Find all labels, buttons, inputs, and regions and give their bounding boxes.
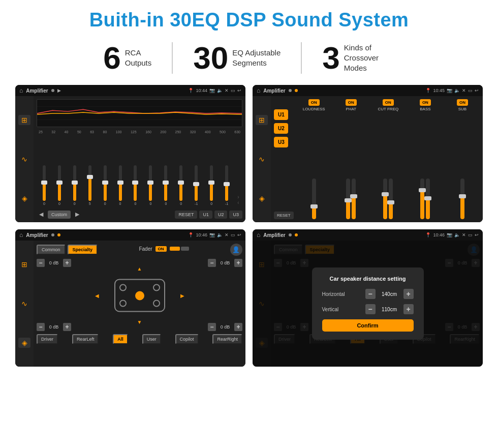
eq-slider-9[interactable]: 0 bbox=[173, 165, 189, 205]
status-dot-3 bbox=[51, 233, 54, 236]
xover-slider-loudness[interactable] bbox=[312, 178, 316, 219]
eq-slider-3[interactable]: 5 bbox=[82, 165, 98, 205]
win-icon-1: ▭ bbox=[231, 88, 235, 93]
status-bar-2: ⌂ Amplifier 📍 10:45 📷 🔈 ✕ ▭ ↩ bbox=[253, 85, 483, 96]
fader-top: Common Specialty Fader ON 👤 bbox=[37, 244, 242, 256]
nav-left[interactable]: ◀ bbox=[95, 293, 99, 298]
eq-btn-u1[interactable]: U1 bbox=[199, 211, 212, 219]
profile-icon-3[interactable]: 👤 bbox=[230, 244, 242, 256]
db-minus-tr[interactable]: − bbox=[208, 259, 216, 267]
xover-slider-phat2[interactable] bbox=[352, 178, 356, 219]
sidebar-speaker-icon[interactable]: ◈ bbox=[18, 193, 30, 203]
sidebar-eq-icon-2[interactable]: ⊞ bbox=[256, 115, 268, 125]
eq-slider-6[interactable]: 0 bbox=[128, 165, 143, 205]
dialog-val-h: 140cm bbox=[378, 291, 401, 297]
app-name-1: Amplifier bbox=[26, 88, 48, 94]
xover-on-phat[interactable]: ON bbox=[346, 99, 357, 106]
crossover-main: U1 U2 U3 RESET ON LOUDNESS bbox=[271, 96, 483, 222]
stat-crossover-text: Kinds ofCrossover Modes bbox=[344, 43, 395, 74]
dialog-label-h: Horizontal bbox=[322, 291, 345, 297]
app-name-4: Amplifier bbox=[263, 232, 285, 238]
dialog-minus-h[interactable]: − bbox=[365, 289, 376, 299]
xover-channel-sub: ON SUB bbox=[445, 99, 480, 219]
xover-on-sub[interactable]: ON bbox=[457, 99, 468, 106]
db-plus-tr[interactable]: + bbox=[234, 259, 242, 267]
sidebar-wave-icon[interactable]: ∿ bbox=[18, 154, 30, 164]
home-icon-2: ⌂ bbox=[257, 87, 260, 94]
xover-slider-bass2[interactable] bbox=[426, 178, 430, 219]
sidebar-wave-icon-2[interactable]: ∿ bbox=[256, 154, 268, 164]
fader-btn-rearleft[interactable]: RearLeft bbox=[72, 334, 99, 344]
eq-btn-u2[interactable]: U2 bbox=[214, 211, 228, 219]
fader-on-badge[interactable]: ON bbox=[155, 246, 167, 252]
eq-nav-right[interactable]: ▶ bbox=[73, 210, 82, 219]
fader-btn-all[interactable]: All bbox=[113, 334, 128, 344]
eq-slider-2[interactable]: 0 bbox=[67, 165, 82, 205]
fader-btn-driver[interactable]: Driver bbox=[37, 334, 58, 344]
vol-icon-1: 🔈 bbox=[217, 88, 223, 93]
db-minus-tl[interactable]: − bbox=[37, 259, 45, 267]
xover-slider-phat[interactable] bbox=[346, 178, 350, 219]
sidebar-eq-icon[interactable]: ⊞ bbox=[18, 115, 30, 125]
xover-slider-sub[interactable] bbox=[460, 178, 464, 219]
vol-icon-3: 🔈 bbox=[217, 232, 223, 237]
eq-btn-custom[interactable]: Custom bbox=[48, 211, 71, 219]
sidebar-eq-icon-3[interactable]: ⊞ bbox=[18, 259, 30, 270]
nav-down[interactable]: ▼ bbox=[137, 319, 142, 325]
eq-slider-10[interactable]: -1 bbox=[189, 165, 204, 205]
eq-slider-0[interactable]: 0 bbox=[37, 165, 52, 205]
dialog-minus-v[interactable]: − bbox=[365, 304, 376, 314]
eq-nav-left[interactable]: ◀ bbox=[37, 210, 46, 219]
xover-preset-u1[interactable]: U1 bbox=[274, 109, 288, 120]
eq-slider-5[interactable]: 0 bbox=[113, 165, 128, 205]
dialog-plus-h[interactable]: + bbox=[403, 289, 414, 299]
speaker-tl[interactable] bbox=[119, 284, 127, 291]
nav-right[interactable]: ▶ bbox=[180, 293, 184, 298]
eq-slider-8[interactable]: 0 bbox=[158, 165, 173, 205]
x-icon-3: ✕ bbox=[225, 232, 229, 237]
eq-slider-1[interactable]: 0 bbox=[52, 165, 67, 205]
fader-label: Fader bbox=[139, 246, 152, 252]
xover-slider-bass[interactable] bbox=[420, 178, 424, 219]
status-dot-4b bbox=[295, 233, 298, 236]
xover-slider-cutfreq[interactable] bbox=[383, 178, 387, 219]
sidebar-speaker-icon-2[interactable]: ◈ bbox=[256, 193, 268, 203]
mode-specialty[interactable]: Specialty bbox=[68, 245, 98, 255]
fader-btn-user[interactable]: User bbox=[142, 334, 161, 344]
speaker-tr[interactable] bbox=[153, 284, 160, 291]
status-bar-3: ⌂ Amplifier 📍 10:46 📷 🔈 ✕ ▭ ↩ bbox=[15, 229, 245, 241]
db-minus-bl[interactable]: − bbox=[37, 323, 45, 331]
speaker-bl[interactable] bbox=[119, 300, 127, 307]
cam-icon-2: 📷 bbox=[447, 88, 452, 93]
eq-slider-12[interactable]: -1 bbox=[219, 165, 234, 205]
xover-on-bass[interactable]: ON bbox=[420, 99, 431, 106]
eq-sliders: 0 0 0 5 bbox=[37, 136, 242, 207]
xover-preset-u2[interactable]: U2 bbox=[274, 123, 288, 134]
speaker-br[interactable] bbox=[153, 300, 160, 307]
xover-reset[interactable]: RESET bbox=[274, 212, 294, 219]
eq-slider-4[interactable]: 0 bbox=[98, 165, 113, 205]
xover-on-cutfreq[interactable]: ON bbox=[383, 99, 394, 106]
xover-preset-u3[interactable]: U3 bbox=[274, 137, 288, 147]
dialog-plus-v[interactable]: + bbox=[403, 304, 414, 314]
fader-btn-copilot[interactable]: Copilot bbox=[175, 334, 199, 344]
db-plus-bl[interactable]: + bbox=[63, 323, 71, 331]
dialog-label-v: Vertical bbox=[322, 307, 339, 312]
fader-btn-rearright[interactable]: RearRight bbox=[212, 334, 242, 344]
nav-up[interactable]: ▲ bbox=[137, 266, 142, 272]
db-plus-tl[interactable]: + bbox=[63, 259, 71, 267]
eq-btn-reset[interactable]: RESET bbox=[175, 211, 197, 219]
scroll-arrows[interactable]: › ‹ bbox=[234, 194, 242, 205]
db-plus-br[interactable]: + bbox=[234, 323, 242, 331]
sidebar-wave-icon-3[interactable]: ∿ bbox=[18, 298, 30, 309]
xover-slider-cutfreq2[interactable] bbox=[389, 178, 393, 219]
eq-slider-11[interactable]: 0 bbox=[204, 165, 219, 205]
speaker-center[interactable] bbox=[135, 291, 144, 300]
mode-common[interactable]: Common bbox=[37, 245, 66, 255]
db-minus-br[interactable]: − bbox=[208, 323, 216, 331]
xover-on-loudness[interactable]: ON bbox=[308, 99, 320, 106]
dialog-confirm-button[interactable]: Confirm bbox=[322, 319, 414, 332]
sidebar-speaker-icon-3[interactable]: ◈ bbox=[18, 338, 30, 348]
eq-btn-u3[interactable]: U3 bbox=[229, 211, 242, 219]
eq-slider-7[interactable]: 0 bbox=[143, 165, 158, 205]
